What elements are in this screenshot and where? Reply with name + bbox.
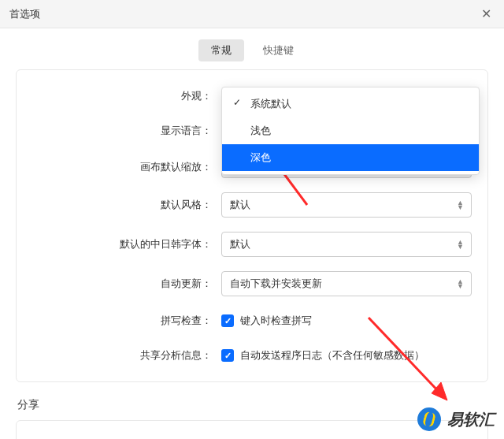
dropdown-option-dark[interactable]: 深色 bbox=[222, 144, 479, 171]
svg-line-2 bbox=[369, 318, 441, 394]
cjk-font-select[interactable]: 默认 ▲▼ bbox=[221, 232, 472, 257]
dropdown-option-light[interactable]: 浅色 bbox=[222, 117, 479, 144]
label-spell-check: 拼写检查： bbox=[17, 314, 221, 328]
watermark-text: 易软汇 bbox=[447, 409, 495, 430]
share-analytics-checkbox[interactable]: ✓ bbox=[221, 349, 234, 362]
label-style: 默认风格： bbox=[17, 198, 221, 212]
label-zoom: 画布默认缩放： bbox=[17, 160, 221, 174]
spell-check-checkbox[interactable]: ✓ bbox=[221, 314, 234, 327]
watermark: 易软汇 bbox=[417, 407, 495, 431]
auto-update-value: 自动下载并安装更新 bbox=[230, 277, 322, 291]
close-button[interactable]: ✕ bbox=[478, 6, 495, 21]
label-appearance: 外观： bbox=[17, 89, 221, 103]
annotation-arrow-2 bbox=[362, 311, 457, 406]
label-cjk-font: 默认的中日韩字体： bbox=[17, 237, 221, 251]
chevron-updown-icon: ▲▼ bbox=[457, 240, 463, 249]
tab-general[interactable]: 常规 bbox=[198, 39, 244, 61]
label-share-analytics: 共享分析信息： bbox=[17, 348, 221, 363]
auto-update-select[interactable]: 自动下载并安装更新 ▲▼ bbox=[221, 271, 472, 296]
label-auto-update: 自动更新： bbox=[17, 277, 221, 291]
style-value: 默认 bbox=[230, 198, 250, 212]
chevron-updown-icon: ▲▼ bbox=[457, 200, 463, 210]
label-language: 显示语言： bbox=[17, 124, 221, 138]
cjk-font-value: 默认 bbox=[230, 237, 250, 251]
appearance-dropdown: 系统默认 浅色 深色 bbox=[221, 87, 480, 175]
watermark-icon bbox=[417, 407, 441, 431]
chevron-updown-icon: ▲▼ bbox=[457, 279, 463, 288]
window-title: 首选项 bbox=[9, 7, 40, 21]
spell-check-text: 键入时检查拼写 bbox=[240, 314, 312, 328]
titlebar: 首选项 ✕ bbox=[0, 0, 504, 28]
tab-bar: 常规 快捷键 bbox=[0, 28, 504, 69]
tab-shortcuts[interactable]: 快捷键 bbox=[250, 39, 306, 61]
dropdown-option-system-default[interactable]: 系统默认 bbox=[222, 91, 479, 117]
